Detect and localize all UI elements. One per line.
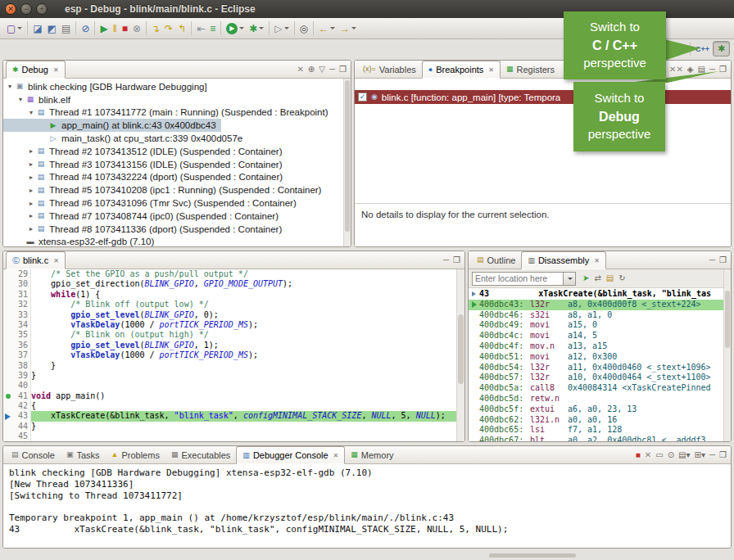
expander-icon[interactable]: ▸ <box>27 187 35 194</box>
minimize-icon[interactable]: ─ <box>709 256 715 264</box>
debug-tree-row[interactable]: ▬ xtensa-esp32-elf-gdb (7.10) <box>3 236 159 246</box>
disasm-row[interactable]: 400dbc5a: call8 0x40084314 <xTaskCreateP… <box>469 383 731 394</box>
code-line[interactable]: vTaskDelay(1000 / portTICK_PERIOD_MS); <box>31 320 464 330</box>
maximize-icon[interactable]: ❐ <box>453 256 460 264</box>
view-menu-icon[interactable]: ▽ <box>319 65 325 74</box>
tab-debug[interactable]: ✱ Debug ✕ <box>6 61 66 79</box>
terminate-icon[interactable]: ■ <box>636 451 641 459</box>
view-tab[interactable]: (x)= Variables <box>357 61 422 78</box>
disasm-row[interactable]: 400dbc5d: retw.n <box>469 394 731 404</box>
instruction-stepping-icon[interactable]: ≡ <box>207 20 218 38</box>
clear-console-icon[interactable]: ▭ <box>655 451 663 459</box>
forward-icon[interactable]: → <box>338 20 359 38</box>
view-tab[interactable]: ▲ Problems <box>106 446 165 463</box>
disconnect-icon[interactable]: ⊗ <box>130 20 143 38</box>
expander-icon[interactable]: ▸ <box>27 200 35 207</box>
code-line[interactable]: } <box>31 371 464 381</box>
disasm-row[interactable]: 400dbc57: l32r a10, 0x400d0464 <_stext+1… <box>469 373 731 383</box>
connect-process-icon[interactable]: ⊕ <box>308 65 315 74</box>
debug-tree-row[interactable]: ▾ ▤ Thread #1 1073411772 (main : Running… <box>3 106 333 120</box>
close-icon[interactable]: ✕ <box>488 66 494 74</box>
disasm-row[interactable]: 400dbc5f: extui a6, a0, 23, 13 <box>469 404 731 415</box>
expander-icon[interactable]: ▸ <box>27 160 35 168</box>
debugger-console-output[interactable]: blink checking [GDB Hardware Debugging] … <box>3 464 731 539</box>
new-wizard-icon[interactable]: ▢ <box>4 20 25 38</box>
view-tab[interactable]: ● Breakpoints ✕ <box>422 61 501 79</box>
code-line[interactable]: } <box>31 422 464 431</box>
view-tab[interactable]: ▥ Disassembly ✕ <box>521 251 606 269</box>
expander-icon[interactable]: ▾ <box>6 83 14 90</box>
code-line[interactable]: /* Blink on (output high) */ <box>31 330 464 340</box>
step-over-icon[interactable]: ↷ <box>162 20 175 38</box>
close-icon[interactable]: ✕ <box>53 257 59 264</box>
view-tab[interactable]: ▦ Executables <box>165 446 236 463</box>
back-icon[interactable]: ← <box>316 20 338 38</box>
editor-tab-blink-c[interactable]: ⓒ blink.c ✕ <box>6 251 66 269</box>
open-console-dropdown-icon[interactable]: ⊞▾ <box>695 451 705 459</box>
minimize-icon[interactable]: ─ <box>709 451 715 459</box>
close-icon[interactable]: ✕ <box>53 66 59 74</box>
editor-scrollbar[interactable] <box>456 269 464 441</box>
code-line[interactable]: { <box>31 401 464 411</box>
disasm-row[interactable]: 400dbc43: l32r a8, 0x400d00f8 <_stext+22… <box>469 300 731 310</box>
debug-icon[interactable]: ✱ <box>247 20 266 38</box>
disasm-row[interactable]: 400dbc62: l32i.n a0, a0, 16 <box>469 415 731 426</box>
expander-icon[interactable]: ▸ <box>27 147 35 155</box>
view-tab[interactable]: ▦ Memory <box>345 446 399 463</box>
debug-tree-row[interactable]: ▶ app_main() at blink.c:43 0x400dbc43 <box>3 119 221 132</box>
debug-tree-row[interactable]: ▸ ▤ Thread #3 1073413156 (IDLE) (Suspend… <box>3 158 288 171</box>
code-line[interactable]: } <box>31 361 464 371</box>
sync-context-icon[interactable]: ⇄ <box>594 274 600 282</box>
debug-tree-row[interactable]: ▾ ▣ blink checking [GDB Hardware Debuggi… <box>3 80 212 93</box>
code-line[interactable]: gpio_set_direction(BLINK_GPIO, GPIO_MODE… <box>31 279 464 289</box>
close-icon[interactable]: ✕ <box>333 452 339 459</box>
code-line[interactable]: vTaskDelay(1000 / portTICK_PERIOD_MS); <box>31 350 464 360</box>
remove-launch-icon[interactable]: ✕ <box>645 451 651 459</box>
debug-perspective-button[interactable]: ✱ <box>713 41 730 56</box>
refresh-icon[interactable]: ↻ <box>618 274 625 282</box>
maximize-icon[interactable]: ❐ <box>719 451 727 459</box>
expander-icon[interactable]: ▾ <box>16 96 25 103</box>
suspend-icon[interactable]: ‖ <box>111 20 120 38</box>
print-icon[interactable]: ▤ <box>59 20 73 38</box>
disasm-row[interactable]: 400dbc49: movi a15, 0 <box>469 320 731 331</box>
search-icon[interactable]: ◎ <box>297 20 310 38</box>
drop-to-frame-icon[interactable]: ⇤ <box>194 20 207 38</box>
remove-all-terminated-icon[interactable]: ✕ <box>297 65 303 74</box>
disasm-row[interactable]: 400dbc46: s32i a8, a1, 0 <box>469 310 731 321</box>
breakpoint-checkbox[interactable]: ✓ <box>358 93 367 102</box>
view-tab[interactable]: ▦ Registers <box>501 61 560 78</box>
expander-icon[interactable]: ▸ <box>27 225 35 233</box>
skip-all-breakpoints-icon[interactable]: ⊘ <box>79 20 92 38</box>
disasm-row[interactable]: 400dbc4f: mov.n a13, a15 <box>469 341 731 352</box>
maximize-icon[interactable]: ❐ <box>339 65 347 74</box>
code-line[interactable]: /* Set the GPIO as a push/pull output */ <box>31 269 464 279</box>
disasm-row[interactable]: 400dbc4c: movi a14, 5 <box>469 331 731 341</box>
minimize-icon[interactable]: ─ <box>329 65 335 74</box>
maximize-button[interactable]: + <box>36 3 48 15</box>
disasm-location-input[interactable] <box>472 272 564 286</box>
navigate-to-pc-icon[interactable]: ➤ <box>582 274 589 282</box>
code-editor[interactable]: /* Set the GPIO as a push/pull output */… <box>31 269 464 441</box>
debug-tree-row[interactable]: ▸ ▤ Thread #2 1073413512 (IDLE) (Suspend… <box>3 145 288 158</box>
save-icon[interactable]: ◪ <box>30 20 44 38</box>
editor-annotation-gutter[interactable] <box>3 269 12 441</box>
external-tools-icon[interactable]: ▷ <box>272 20 291 38</box>
debug-scrollbar[interactable] <box>343 79 351 246</box>
code-line[interactable] <box>31 431 464 441</box>
close-button[interactable]: ✕ <box>5 3 16 15</box>
run-icon[interactable]: ▶ <box>224 20 247 38</box>
minimize-button[interactable]: − <box>20 3 32 15</box>
disassembly-scrollbar[interactable] <box>723 269 731 441</box>
breakpoint-row[interactable]: ✓ ◉ blink.c [function: app_main] [type: … <box>355 90 731 104</box>
disasm-row[interactable]: 400dbc54: l32r a11, 0x400d0460 <_stext+1… <box>469 363 731 373</box>
expander-icon[interactable]: ▾ <box>27 109 35 116</box>
debug-tree-row[interactable]: ▾ ▦ blink.elf <box>3 93 75 106</box>
view-tab[interactable]: ▥ Debugger Console ✕ <box>236 446 345 464</box>
save-all-icon[interactable]: ◩ <box>45 20 59 38</box>
view-tab[interactable]: ▣ Tasks <box>61 446 106 463</box>
close-icon[interactable]: ✕ <box>594 257 600 264</box>
code-line[interactable]: /* Blink off (output low) */ <box>31 300 464 309</box>
code-line[interactable] <box>31 381 464 391</box>
debug-tree-row[interactable]: ▸ ▤ Thread #4 1073432224 (dport) (Suspen… <box>3 171 288 184</box>
